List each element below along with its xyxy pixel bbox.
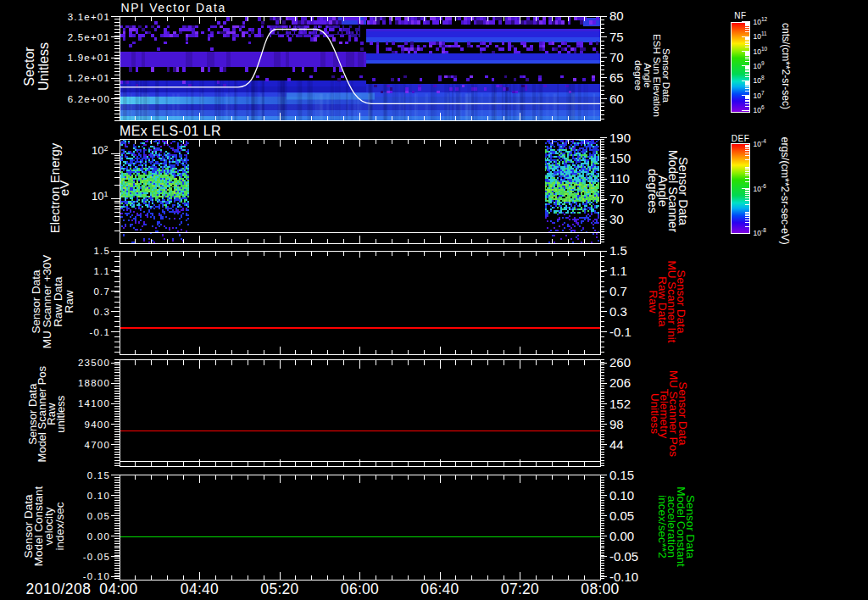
svg-text:44: 44 <box>609 437 624 452</box>
svg-text:NPI Vector Data: NPI Vector Data <box>121 1 226 14</box>
svg-text:4700: 4700 <box>85 440 110 450</box>
svg-text:unitless: unitless <box>54 395 67 433</box>
svg-text:206: 206 <box>609 375 631 390</box>
svg-text:incex/sec**2: incex/sec**2 <box>656 495 669 558</box>
svg-text:04:40: 04:40 <box>181 581 219 597</box>
svg-text:NF: NF <box>734 11 746 20</box>
svg-text:cnts/(cm**2-sr-sec): cnts/(cm**2-sr-sec) <box>780 23 792 109</box>
svg-text:04:00: 04:00 <box>99 581 137 597</box>
svg-text:70: 70 <box>609 50 624 64</box>
svg-text:ergs/(cm**2-sr-sec-eV): ergs/(cm**2-sr-sec-eV) <box>779 136 791 244</box>
svg-text:60: 60 <box>609 92 624 106</box>
svg-text:98: 98 <box>609 417 624 431</box>
svg-text:0.00: 0.00 <box>609 529 634 543</box>
svg-text:Unitless: Unitless <box>36 42 51 91</box>
svg-text:18800: 18800 <box>78 378 110 388</box>
svg-text:2010/208: 2010/208 <box>26 581 92 597</box>
svg-text:150: 150 <box>609 151 631 165</box>
svg-text:1.1: 1.1 <box>609 264 627 278</box>
svg-text:70: 70 <box>609 192 624 206</box>
svg-text:Unitless: Unitless <box>648 393 661 434</box>
svg-text:2.5e+01: 2.5e+01 <box>68 32 110 42</box>
svg-text:110: 110 <box>609 171 630 186</box>
svg-text:152: 152 <box>609 397 631 411</box>
svg-text:0.7: 0.7 <box>93 286 110 297</box>
svg-text:-0.1: -0.1 <box>89 327 110 337</box>
svg-text:65: 65 <box>609 70 624 85</box>
svg-text:1.9e+01: 1.9e+01 <box>68 53 110 63</box>
svg-text:DEF: DEF <box>732 134 750 143</box>
svg-text:0.05: 0.05 <box>87 511 110 521</box>
svg-text:-0.05: -0.05 <box>83 552 110 562</box>
svg-text:75: 75 <box>609 30 624 44</box>
svg-text:0.7: 0.7 <box>609 284 627 298</box>
svg-text:0.05: 0.05 <box>609 508 634 523</box>
svg-text:-0.05: -0.05 <box>609 549 638 564</box>
svg-text:0.00: 0.00 <box>87 531 110 542</box>
svg-text:6.2e+00: 6.2e+00 <box>68 94 110 104</box>
svg-text:degree: degree <box>633 60 643 91</box>
svg-text:08:00: 08:00 <box>581 581 619 597</box>
svg-text:1.5: 1.5 <box>609 243 627 258</box>
svg-text:07:20: 07:20 <box>501 581 539 597</box>
svg-text:80: 80 <box>609 8 624 23</box>
svg-text:0.10: 0.10 <box>87 491 110 501</box>
svg-text:30: 30 <box>609 212 624 226</box>
svg-text:Sector: Sector <box>22 47 36 86</box>
svg-text:degrees: degrees <box>646 169 659 213</box>
svg-text:9400: 9400 <box>85 419 110 430</box>
svg-text:1.1: 1.1 <box>93 266 110 276</box>
svg-text:06:00: 06:00 <box>341 581 379 597</box>
svg-text:260: 260 <box>609 355 631 369</box>
svg-text:0.3: 0.3 <box>93 307 110 317</box>
svg-text:0.10: 0.10 <box>609 488 634 503</box>
svg-text:Raw: Raw <box>647 290 659 313</box>
svg-text:0.15: 0.15 <box>609 468 634 482</box>
svg-text:-0.1: -0.1 <box>609 325 632 339</box>
svg-text:index/sec: index/sec <box>53 502 66 550</box>
svg-text:0.3: 0.3 <box>609 304 627 319</box>
svg-text:1.2e+01: 1.2e+01 <box>68 73 110 83</box>
svg-text:05:20: 05:20 <box>260 581 298 597</box>
svg-text:14100: 14100 <box>78 398 110 408</box>
svg-text:eV: eV <box>57 181 71 196</box>
svg-text:1.5: 1.5 <box>93 246 110 256</box>
svg-text:0.15: 0.15 <box>87 470 110 481</box>
svg-text:Raw: Raw <box>63 290 75 313</box>
svg-text:190: 190 <box>609 131 631 145</box>
svg-text:23500: 23500 <box>78 358 110 368</box>
svg-text:3.1e+01: 3.1e+01 <box>68 12 110 22</box>
svg-text:06:40: 06:40 <box>420 581 459 597</box>
svg-text:MEx ELS-01 LR: MEx ELS-01 LR <box>120 124 221 138</box>
